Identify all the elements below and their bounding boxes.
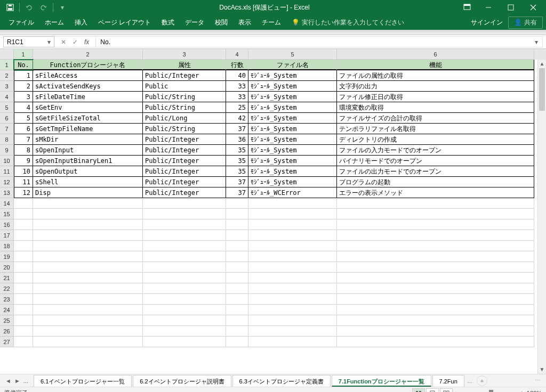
cell[interactable] [226,241,248,251]
cell[interactable] [248,251,337,262]
cell[interactable]: 環境変数の取得 [337,102,534,113]
new-sheet-button[interactable]: + [477,375,487,386]
cell[interactable] [248,209,337,219]
cell[interactable]: ﾓｼﾞｭｰﾙ_System [248,102,337,113]
cell[interactable] [226,209,248,219]
minimize-button[interactable] [478,1,499,14]
cell[interactable] [143,251,226,262]
row-header[interactable]: 15 [0,209,14,219]
cell[interactable] [143,283,226,294]
cell[interactable] [143,209,226,219]
cell[interactable] [248,262,337,273]
cell[interactable] [226,230,248,241]
cell[interactable] [14,273,33,283]
cell[interactable] [248,283,337,294]
row-header[interactable]: 27 [0,337,14,347]
tab-formulas[interactable]: 数式 [156,15,180,30]
cell[interactable] [226,294,248,305]
redo-icon[interactable] [38,2,50,13]
cell[interactable]: 1 [14,70,33,81]
row-header[interactable]: 26 [0,326,14,337]
cell-header-name[interactable]: Functionプロシージャ名 [33,60,143,70]
row-header[interactable]: 13 [0,187,14,198]
cell[interactable]: 12 [14,187,33,198]
select-all-corner[interactable] [0,49,14,60]
row-header[interactable]: 5 [0,102,14,113]
cell[interactable] [33,230,143,241]
row-header[interactable]: 12 [0,177,14,187]
tab-options-icon[interactable]: ⋯ [529,377,546,384]
cell[interactable] [248,326,337,337]
save-icon[interactable] [4,2,16,13]
cell[interactable]: 文字列の出力 [337,81,534,92]
cell[interactable] [143,273,226,283]
cell[interactable] [337,209,534,219]
cell[interactable] [226,283,248,294]
cell[interactable] [33,209,143,219]
qat-customize-icon[interactable]: ▾ [57,2,68,13]
tab-insert[interactable]: 挿入 [69,15,93,30]
cell[interactable]: ファイルの入力モードでのオープン [337,145,534,156]
cell[interactable] [33,198,143,209]
cell[interactable] [226,262,248,273]
cell[interactable]: ﾓｼﾞｭｰﾙ_System [248,134,337,145]
maximize-button[interactable] [500,1,521,14]
cell[interactable] [33,315,143,326]
col-header-6[interactable]: 6 [337,49,534,60]
cell[interactable]: 42 [226,113,248,124]
cell[interactable] [226,326,248,337]
cell[interactable] [143,294,226,305]
cell[interactable] [337,230,534,241]
row-header[interactable]: 21 [0,273,14,283]
cell[interactable] [14,230,33,241]
name-box[interactable]: R1C1 ▾ [3,36,54,47]
cell[interactable]: ﾓｼﾞｭｰﾙ_System [248,166,337,177]
cell[interactable] [14,219,33,230]
row-header[interactable]: 19 [0,251,14,262]
cell[interactable]: ﾓｼﾞｭｰﾙ_System [248,156,337,166]
col-header-4[interactable]: 4 [226,49,248,60]
cell[interactable] [14,337,33,347]
cell[interactable]: ﾓｼﾞｭｰﾙ_System [248,145,337,156]
cell[interactable]: sFileDateTime [33,92,143,102]
cell[interactable] [337,241,534,251]
cell[interactable]: Public/Integer [143,145,226,156]
cell[interactable]: 5 [14,113,33,124]
cell[interactable] [248,294,337,305]
row-header[interactable]: 7 [0,124,14,134]
cell[interactable] [337,262,534,273]
vertical-scrollbar[interactable]: ▲ ▼ [537,60,546,374]
cancel-formula-icon[interactable]: ✕ [61,38,66,46]
row-header[interactable]: 10 [0,156,14,166]
col-header-1[interactable]: 1 [14,49,33,60]
sheet-tab[interactable]: 6.1イベントプロシージャー一覧 [34,375,132,387]
cell[interactable] [33,294,143,305]
cell[interactable]: 2 [14,81,33,92]
cell[interactable]: ﾓｼﾞｭｰﾙ_System [248,81,337,92]
tab-team[interactable]: チーム [256,15,286,30]
cell[interactable] [226,305,248,315]
cell[interactable] [33,241,143,251]
sheet-tab[interactable]: 7.2Fun [432,375,464,387]
cell[interactable]: ﾓｼﾞｭｰﾙ_WCError [248,187,337,198]
cell[interactable]: Public/String [143,102,226,113]
cell[interactable]: ﾓｼﾞｭｰﾙ_System [248,70,337,81]
cell[interactable]: 37 [226,187,248,198]
cell[interactable] [337,219,534,230]
tab-home[interactable]: ホーム [39,15,69,30]
cell[interactable]: 10 [14,166,33,177]
cell-header-lines[interactable]: 行数 [226,60,248,70]
cell[interactable]: Public/Integer [143,70,226,81]
cell[interactable]: 4 [14,102,33,113]
cell[interactable]: sShell [33,177,143,187]
row-header[interactable]: 9 [0,145,14,156]
cell[interactable] [143,305,226,315]
cell[interactable]: Public/Integer [143,166,226,177]
cell[interactable] [337,198,534,209]
ribbon-display-options-icon[interactable] [456,4,478,12]
zoom-in-button[interactable]: + [520,390,523,393]
cell[interactable] [33,251,143,262]
cell[interactable] [143,230,226,241]
close-button[interactable] [523,1,544,14]
cell[interactable]: ファイルの出力モードでのオープン [337,166,534,177]
